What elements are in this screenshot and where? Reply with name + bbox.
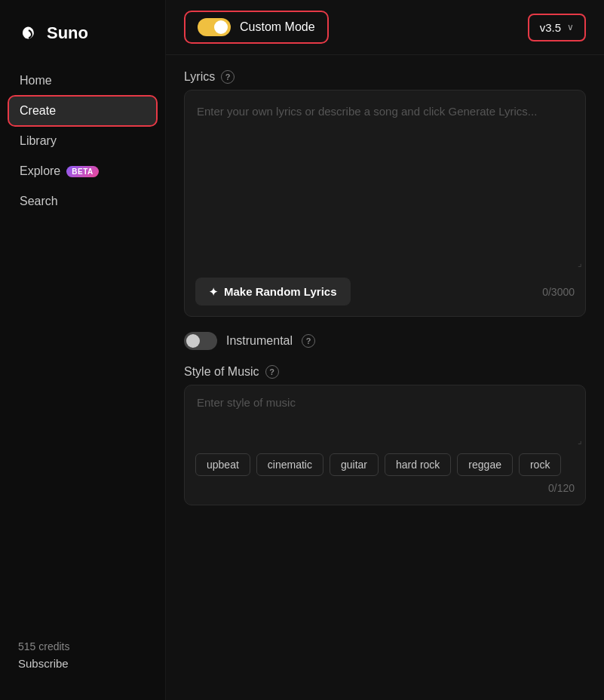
style-section: Style of Music ? ⌟ upbeat cinematic guit…: [184, 365, 586, 505]
nav-items: Home Create Library Explore BETA Search: [0, 66, 165, 216]
logo-area: Suno: [0, 15, 165, 66]
style-tag-guitar[interactable]: guitar: [330, 453, 379, 476]
make-random-lyrics-button[interactable]: ✦ Make Random Lyrics: [195, 278, 351, 305]
sidebar-item-home[interactable]: Home: [9, 66, 156, 95]
lyrics-char-count: 0/3000: [542, 286, 575, 298]
lyrics-section-header: Lyrics ?: [184, 70, 586, 84]
style-help-icon[interactable]: ?: [265, 365, 279, 379]
style-section-header: Style of Music ?: [184, 365, 586, 379]
sidebar-item-search[interactable]: Search: [9, 187, 156, 216]
instrumental-label: Instrumental: [226, 334, 293, 348]
suno-logo-icon: [18, 23, 39, 44]
lyrics-footer: ✦ Make Random Lyrics 0/3000: [185, 270, 585, 316]
style-box: ⌟ upbeat cinematic guitar hard rock regg…: [184, 385, 586, 505]
app-logo-text: Suno: [47, 23, 88, 43]
resize-handle: ⌟: [185, 256, 585, 270]
sidebar-item-create[interactable]: Create: [9, 97, 156, 125]
lyrics-box: ⌟ ✦ Make Random Lyrics 0/3000: [184, 90, 586, 317]
toggle-thumb: [214, 20, 228, 34]
sidebar: Suno Home Create Library Explore BETA Se…: [0, 0, 166, 700]
style-tag-cinematic[interactable]: cinematic: [256, 453, 323, 476]
style-tags-container: upbeat cinematic guitar hard rock reggae…: [185, 447, 585, 505]
sidebar-item-explore[interactable]: Explore BETA: [9, 157, 156, 186]
make-random-label: Make Random Lyrics: [224, 285, 337, 298]
beta-badge: BETA: [66, 166, 98, 177]
sidebar-item-library[interactable]: Library: [9, 127, 156, 155]
chevron-down-icon: ∨: [567, 22, 574, 32]
style-tag-rock[interactable]: rock: [519, 453, 561, 476]
lyrics-label: Lyrics: [184, 70, 215, 84]
toggle-track: [198, 18, 231, 36]
lyrics-help-icon[interactable]: ?: [221, 70, 235, 84]
credits-text: 515 credits: [18, 640, 147, 652]
custom-mode-label: Custom Mode: [240, 20, 315, 34]
style-label: Style of Music: [184, 365, 259, 379]
version-label: v3.5: [540, 21, 561, 34]
instrumental-toggle[interactable]: [184, 332, 217, 350]
lyrics-textarea[interactable]: [185, 91, 585, 256]
style-resize-handle: ⌟: [185, 434, 585, 447]
lyrics-section: Lyrics ? ⌟ ✦ Make Random Lyrics 0/3000: [184, 70, 586, 317]
header: Custom Mode v3.5 ∨: [166, 0, 604, 55]
instrumental-toggle-thumb: [186, 334, 200, 348]
main-content: Custom Mode v3.5 ∨ Lyrics ? ⌟ ✦: [166, 0, 604, 700]
style-input[interactable]: [185, 385, 585, 431]
style-tag-reggae[interactable]: reggae: [457, 453, 513, 476]
style-tag-upbeat[interactable]: upbeat: [195, 453, 250, 476]
sparkle-icon: ✦: [209, 286, 218, 298]
content-area: Lyrics ? ⌟ ✦ Make Random Lyrics 0/3000: [166, 55, 604, 520]
sidebar-footer: 515 credits Subscribe: [0, 640, 165, 685]
version-button[interactable]: v3.5 ∨: [528, 14, 586, 41]
instrumental-section: Instrumental ?: [184, 332, 586, 350]
instrumental-help-icon[interactable]: ?: [302, 334, 315, 348]
style-char-count: 0/120: [548, 482, 575, 494]
custom-mode-toggle[interactable]: Custom Mode: [184, 11, 329, 44]
subscribe-link[interactable]: Subscribe: [18, 657, 147, 670]
instrumental-toggle-track: [184, 332, 217, 350]
custom-mode-switch[interactable]: [198, 18, 231, 36]
style-tag-hard-rock[interactable]: hard rock: [385, 453, 451, 476]
